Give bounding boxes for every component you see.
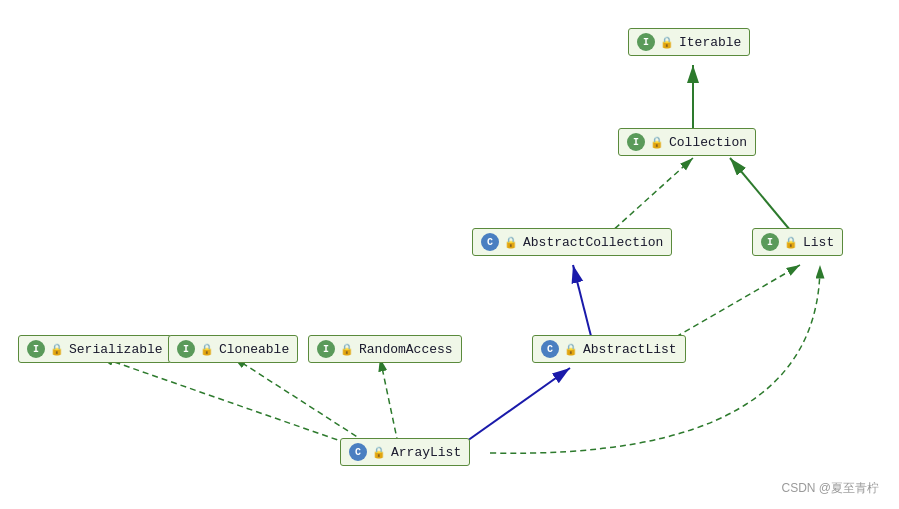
arraylist-icon: C (349, 443, 367, 461)
node-randomaccess: I 🔒 RandomAccess (308, 335, 462, 363)
node-iterable: I 🔒 Iterable (628, 28, 750, 56)
collection-label: Collection (669, 135, 747, 150)
cloneable-label: Cloneable (219, 342, 289, 357)
collection-icon: I (627, 133, 645, 151)
watermark: CSDN @夏至青柠 (781, 480, 879, 497)
abstractcollection-label: AbstractCollection (523, 235, 663, 250)
node-list: I 🔒 List (752, 228, 843, 256)
randomaccess-label: RandomAccess (359, 342, 453, 357)
abstractcollection-icon: C (481, 233, 499, 251)
cloneable-icon: I (177, 340, 195, 358)
node-abstractcollection: C 🔒 AbstractCollection (472, 228, 672, 256)
iterable-icon: I (637, 33, 655, 51)
serializable-icon: I (27, 340, 45, 358)
node-collection: I 🔒 Collection (618, 128, 756, 156)
node-abstractlist: C 🔒 AbstractList (532, 335, 686, 363)
svg-line-6 (100, 357, 375, 453)
randomaccess-icon: I (317, 340, 335, 358)
iterable-label: Iterable (679, 35, 741, 50)
serializable-label: Serializable (69, 342, 163, 357)
abstractlist-icon: C (541, 340, 559, 358)
node-serializable: I 🔒 Serializable (18, 335, 172, 363)
node-arraylist: C 🔒 ArrayList (340, 438, 470, 466)
list-icon: I (761, 233, 779, 251)
diagram-container: I 🔒 Iterable I 🔒 Collection C 🔒 Abstract… (0, 0, 899, 509)
node-cloneable: I 🔒 Cloneable (168, 335, 298, 363)
arraylist-label: ArrayList (391, 445, 461, 460)
list-label: List (803, 235, 834, 250)
abstractlist-label: AbstractList (583, 342, 677, 357)
